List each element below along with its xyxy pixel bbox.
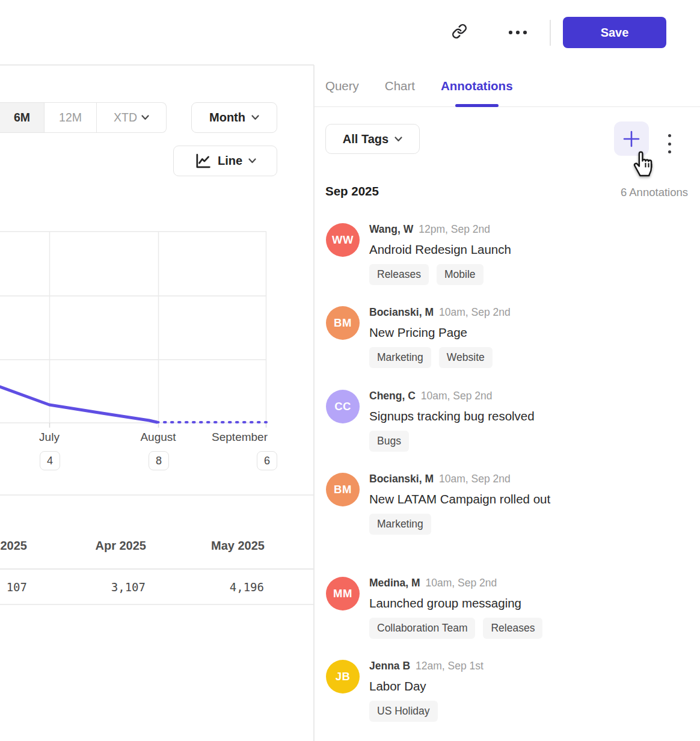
annotation-tag[interactable]: Marketing (369, 514, 431, 535)
annotation-author: Bocianski, M (369, 306, 434, 319)
trend-line-chart[interactable] (0, 223, 313, 433)
table-value-apr: 3,107 (43, 580, 146, 594)
trend-line-series (0, 387, 266, 422)
table-header-mar: 2025 (0, 539, 27, 553)
annotation-tag[interactable]: US Holiday (369, 701, 438, 722)
annotation-tag[interactable]: Marketing (369, 347, 431, 368)
table-value-may: 4,196 (162, 580, 264, 594)
tab-annotations[interactable]: Annotations (441, 65, 513, 107)
date-range-toggle: 6M 12M XTD (0, 102, 167, 133)
kebab-icon (668, 134, 671, 153)
annotation-timestamp: 12am, Sep 1st (416, 660, 484, 672)
granularity-dropdown[interactable]: Month (191, 102, 277, 133)
chevron-down-icon (251, 115, 259, 120)
chart-type-dropdown[interactable]: Line (173, 146, 277, 176)
annotation-tag[interactable]: Website (439, 347, 493, 368)
annotation-title: Android Redesign Launch (369, 241, 568, 259)
annotation-title: New Pricing Page (369, 324, 568, 342)
tag-filter-dropdown[interactable]: All Tags (325, 124, 420, 154)
annotation-count-label: 6 Annotations (508, 186, 688, 199)
analytics-app: Save Query Chart Annotations 6M 12M XTD … (0, 0, 700, 741)
avatar: JB (326, 660, 360, 693)
axis-ticks (50, 423, 266, 428)
annotation-author: Medina, M (369, 577, 420, 589)
x-tick-july: July (25, 431, 73, 444)
x-tick-september: September (198, 431, 268, 444)
annotation-timestamp: 10am, Sep 2nd (439, 473, 511, 485)
chart-gridlines (0, 232, 266, 423)
annotation-timestamp: 10am, Sep 2nd (421, 390, 493, 402)
annotation-tag[interactable]: Mobile (437, 264, 484, 285)
range-6m-button[interactable]: 6M (0, 102, 45, 133)
table-header-apr: Apr 2025 (44, 539, 146, 553)
annotation-tag[interactable]: Releases (483, 618, 542, 639)
panel-divider (313, 65, 315, 741)
annotation-author: Jenna B (369, 660, 410, 672)
annotation-count-badge-september[interactable]: 6 (257, 451, 277, 470)
chevron-down-icon (395, 137, 402, 142)
annotation-timestamp: 12pm, Sep 2nd (419, 223, 490, 236)
save-button[interactable]: Save (563, 17, 666, 48)
header-divider (0, 64, 314, 66)
chevron-down-icon (248, 158, 256, 164)
annotation-author: Cheng, C (369, 390, 416, 402)
table-border (0, 494, 313, 496)
plus-icon (623, 131, 640, 147)
range-12m-button[interactable]: 12M (45, 102, 97, 133)
avatar: MM (326, 577, 360, 610)
active-tab-underline (455, 104, 499, 107)
annotation-tag[interactable]: Collaboration Team (369, 618, 475, 639)
avatar: BM (326, 473, 360, 506)
range-xtd-button[interactable]: XTD (97, 102, 167, 133)
avatar: BM (326, 306, 360, 340)
x-tick-august: August (128, 431, 188, 444)
line-chart-icon (194, 152, 212, 170)
annotations-menu-button[interactable] (662, 129, 677, 159)
add-annotation-button[interactable] (614, 121, 649, 156)
annotation-author: Wang, W (369, 223, 413, 236)
annotation-title: Launched group messaging (369, 594, 568, 612)
month-group-header: Sep 2025 (325, 184, 379, 198)
table-border (0, 568, 313, 570)
annotation-tag[interactable]: Releases (369, 264, 429, 285)
ellipsis-icon (509, 31, 527, 34)
annotation-title: Signups tracking bug resolved (369, 407, 568, 425)
header-separator (550, 20, 551, 46)
avatar: WW (326, 223, 360, 257)
annotation-tag[interactable]: Bugs (369, 431, 409, 452)
annotation-title: Labor Day (369, 677, 568, 695)
annotation-title: New LATAM Campaign rolled out (369, 490, 568, 508)
panel-tabs: Query Chart Annotations (314, 65, 700, 107)
table-header-may: May 2025 (162, 539, 265, 553)
annotation-count-badge-july[interactable]: 4 (40, 451, 60, 470)
more-options-button[interactable] (505, 20, 530, 45)
link-icon (452, 23, 467, 42)
table-border (0, 604, 313, 605)
annotation-author: Bocianski, M (369, 473, 434, 485)
annotation-timestamp: 10am, Sep 2nd (439, 306, 511, 319)
annotation-count-badge-august[interactable]: 8 (149, 451, 169, 470)
tab-query[interactable]: Query (325, 65, 359, 107)
chevron-down-icon (141, 115, 149, 120)
avatar: CC (326, 390, 360, 423)
copy-link-button[interactable] (447, 20, 471, 45)
annotation-timestamp: 10am, Sep 2nd (426, 577, 497, 589)
tab-chart[interactable]: Chart (385, 65, 415, 107)
table-value-mar: 107 (0, 580, 27, 594)
